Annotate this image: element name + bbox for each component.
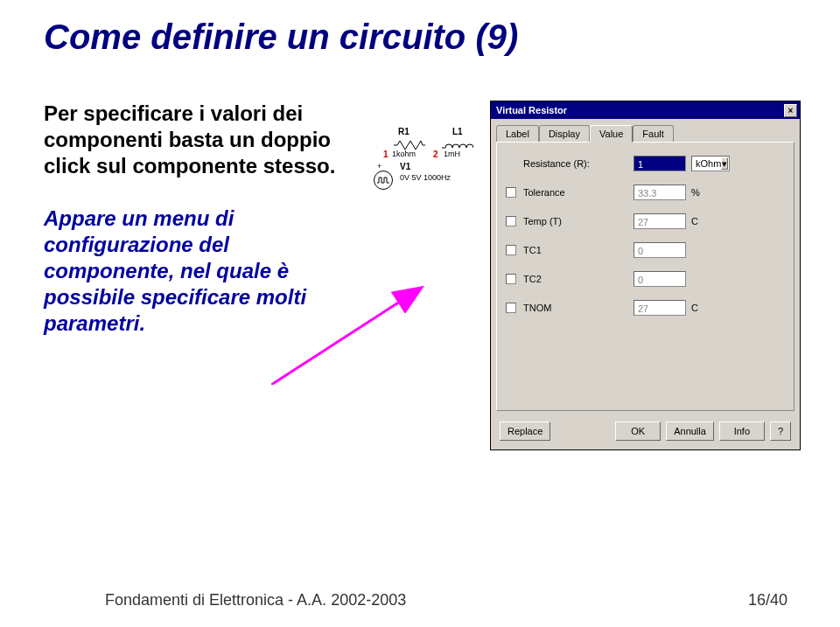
ok-button[interactable]: OK	[615, 421, 661, 441]
tc1-checkbox[interactable]	[506, 245, 516, 255]
param-tolerance: Tolerance 33.3 %	[506, 184, 785, 201]
resistor-label: R1	[398, 127, 410, 136]
virtual-resistor-dialog: Virtual Resistor × Label Display Value F…	[490, 101, 801, 450]
tc2-label: TC2	[523, 274, 634, 284]
tolerance-label: Tolerance	[523, 187, 634, 198]
tc1-unit	[691, 242, 709, 258]
param-temp: Temp (T) 27 C	[506, 212, 785, 230]
tnom-unit: C	[691, 300, 709, 316]
resistance-input[interactable]: 1	[634, 156, 686, 171]
dialog-titlebar[interactable]: Virtual Resistor ×	[491, 101, 800, 119]
resistance-label: Resistance (R):	[523, 158, 634, 169]
slide-body: Per specificare i valori dei componenti …	[44, 101, 341, 337]
pulse-source-icon: +	[374, 171, 393, 190]
tc2-checkbox[interactable]	[506, 274, 516, 284]
cancel-button[interactable]: Annulla	[666, 421, 714, 441]
resistance-unit: kOhm	[696, 156, 721, 171]
source-value: 0V 5V 1000Hz	[400, 173, 451, 182]
circuit-schematic: R1 L1 1 1kohm 2 1mH V1 0V 5V 1000Hz +	[363, 118, 486, 223]
tab-panel-value: Resistance (R): 1 kOhm ▾ Tolerance 33.3 …	[496, 142, 794, 411]
chevron-down-icon: ▾	[721, 157, 728, 170]
param-tc1: TC1 0	[506, 241, 785, 259]
dialog-tabs: Label Display Value Fault	[496, 124, 794, 142]
tnom-input[interactable]: 27	[634, 300, 686, 316]
tc1-input[interactable]: 0	[634, 242, 686, 258]
param-tc2: TC2 0	[506, 270, 785, 288]
tnom-label: TNOM	[523, 303, 634, 313]
tc2-unit	[691, 271, 709, 287]
footer-page-number: 16/40	[748, 591, 788, 610]
temp-label: Temp (T)	[523, 216, 634, 226]
info-button[interactable]: Info	[719, 421, 765, 441]
paragraph-1: Per specificare i valori dei componenti …	[44, 101, 335, 178]
tolerance-checkbox[interactable]	[506, 187, 516, 198]
close-button[interactable]: ×	[784, 104, 797, 117]
inductor-value: 1mH	[444, 150, 460, 158]
param-tnom: TNOM 27 C	[506, 299, 785, 317]
tab-value[interactable]: Value	[590, 125, 633, 143]
node-1: 1	[383, 150, 388, 159]
node-2: 2	[433, 150, 438, 159]
param-resistance: Resistance (R): 1 kOhm ▾	[506, 155, 785, 172]
footer-left: Fondamenti di Elettronica - A.A. 2002-20…	[105, 591, 406, 610]
resistor-value: 1kohm	[392, 150, 416, 158]
help-button[interactable]: ?	[770, 421, 791, 441]
temp-unit: C	[691, 213, 709, 229]
tolerance-input[interactable]: 33.3	[634, 185, 686, 200]
source-label: V1	[400, 162, 410, 171]
inductor-label: L1	[452, 127, 463, 136]
tab-display[interactable]: Display	[539, 125, 590, 143]
tc2-input[interactable]: 0	[634, 271, 686, 287]
temp-checkbox[interactable]	[506, 216, 516, 226]
replace-button[interactable]: Replace	[500, 421, 550, 441]
dialog-button-row: Replace OK Annulla Info ?	[491, 416, 800, 449]
dialog-title: Virtual Resistor	[496, 105, 567, 115]
tnom-checkbox[interactable]	[506, 303, 516, 313]
resistor-icon	[394, 141, 425, 150]
slide-title: Come definire un circuito (9)	[44, 17, 518, 57]
resistance-unit-select[interactable]: kOhm ▾	[691, 156, 730, 171]
tc1-label: TC1	[523, 245, 634, 255]
tab-fault[interactable]: Fault	[633, 125, 673, 143]
inductor-icon	[442, 141, 473, 150]
tab-label[interactable]: Label	[496, 125, 539, 143]
temp-input[interactable]: 27	[634, 213, 686, 229]
tolerance-unit: %	[691, 185, 709, 200]
paragraph-2: Appare un menu di configurazione del com…	[44, 206, 306, 335]
